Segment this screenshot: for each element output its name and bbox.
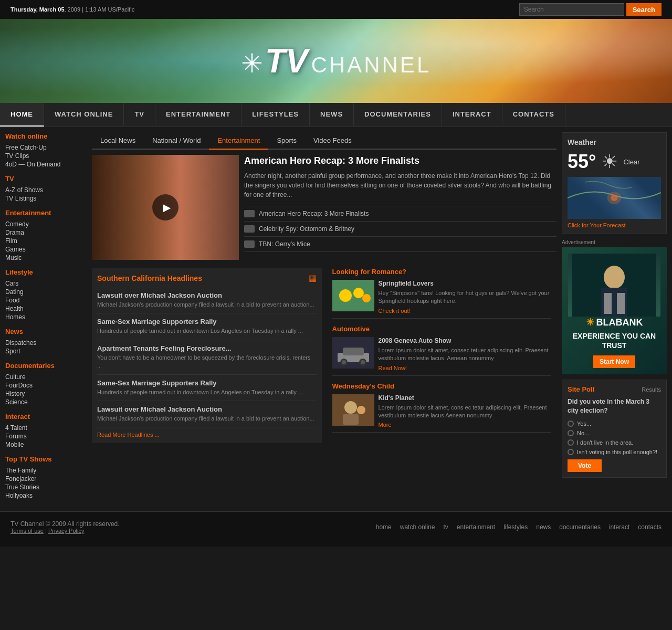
svg-point-14 <box>357 406 365 414</box>
main-center: Southern California Headlines ▦ Lawsuit … <box>92 268 556 448</box>
sidebar-item-sport[interactable]: Sport <box>5 347 87 355</box>
nav-link-documentaries[interactable]: DOCUMENTARIES <box>354 103 442 125</box>
poll-option-0[interactable]: Yes... <box>568 421 661 427</box>
sidebar-item-4od[interactable]: 4oD — On Demand <box>5 160 87 169</box>
sidebar-item-science[interactable]: Science <box>5 398 87 406</box>
tab-sports[interactable]: Sports <box>268 132 305 149</box>
nav-item-watch-online[interactable]: WATCH ONLINE <box>44 103 124 127</box>
featured-info: American Hero Recap: 3 More Finalists An… <box>244 155 556 260</box>
sidebar-item-comedy[interactable]: Comedy <box>5 220 87 228</box>
nav-link-entertainment[interactable]: ENTERTAINMENT <box>155 103 242 125</box>
poll-radio-0[interactable] <box>568 421 574 427</box>
rss-icon[interactable]: ▦ <box>309 273 317 283</box>
sidebar-item-4talent[interactable]: 4 Talent <box>5 424 87 432</box>
sidebar-item-health[interactable]: Health <box>5 304 87 313</box>
sidebar-item-homes[interactable]: Homes <box>5 313 87 321</box>
footer-link-contacts[interactable]: contacts <box>638 523 662 531</box>
news-title-1[interactable]: Same-Sex Marriage Supporters Rally <box>97 318 317 326</box>
footer-link-entertainment[interactable]: entertainment <box>457 523 495 531</box>
sidebar-item-history[interactable]: History <box>5 390 87 398</box>
nav-link-tv[interactable]: TV <box>124 103 155 125</box>
nav-link-contacts[interactable]: CONTACTS <box>502 103 565 125</box>
poll-header: Site Poll Results <box>568 385 661 393</box>
sidebar-item-az-shows[interactable]: A-Z of Shows <box>5 186 87 194</box>
news-title-2[interactable]: Apartment Tenants Feeling Foreclosure... <box>97 344 317 352</box>
promo-romance-link[interactable]: Check it out! <box>379 308 552 314</box>
footer-link-interact[interactable]: interact <box>609 523 629 531</box>
poll-results-link[interactable]: Results <box>642 386 661 393</box>
footer-link-home[interactable]: home <box>376 523 392 531</box>
sidebar-item-true-stories[interactable]: True Stories <box>5 483 87 491</box>
sidebar-item-cars[interactable]: Cars <box>5 279 87 288</box>
poll-option-2[interactable]: I don't live in the area. <box>568 439 661 446</box>
sidebar-section-watch: Watch online Free Catch-Up TV Clips 4oD … <box>5 132 87 169</box>
nav-link-news[interactable]: NEWS <box>310 103 354 125</box>
news-title-4[interactable]: Lawsuit over Michael Jackson Auction <box>97 405 317 413</box>
simpsons-svg <box>332 280 374 311</box>
footer-link-documentaries[interactable]: documentaries <box>559 523 601 531</box>
sidebar-item-tv-listings[interactable]: TV Listings <box>5 194 87 203</box>
related-item-1[interactable]: Celebrity Spy: Octomom & Britney <box>244 222 556 237</box>
search-input[interactable] <box>519 3 624 16</box>
tab-entertainment[interactable]: Entertainment <box>209 132 268 150</box>
tab-video-feeds[interactable]: Video Feeds <box>305 132 360 149</box>
news-title-0[interactable]: Lawsuit over Michael Jackson Auction <box>97 291 317 299</box>
poll-radio-3[interactable] <box>568 449 574 455</box>
nav-link-watch-online[interactable]: WATCH ONLINE <box>44 103 124 125</box>
nav-item-news[interactable]: NEWS <box>310 103 354 127</box>
privacy-link[interactable]: Privacy Policy <box>48 528 84 534</box>
poll-radio-2[interactable] <box>568 439 574 446</box>
sidebar-item-culture[interactable]: Culture <box>5 373 87 381</box>
sidebar-item-tv-clips[interactable]: TV Clips <box>5 152 87 160</box>
promo-wednesdays-link[interactable]: More <box>379 422 552 428</box>
ad-button[interactable]: Start Now <box>593 355 635 368</box>
read-more-link[interactable]: Read More Headlines ... <box>97 432 317 438</box>
forecast-link[interactable]: Click for Your Forecast <box>568 222 661 228</box>
sidebar-item-fourdocs[interactable]: FourDocs <box>5 381 87 390</box>
nav-item-lifestyles[interactable]: LIFESTYLES <box>242 103 310 127</box>
sidebar-item-hollyoaks[interactable]: Hollyoaks <box>5 491 87 500</box>
sidebar-item-dispatches[interactable]: Dispatches <box>5 339 87 347</box>
nav-item-contacts[interactable]: CONTACTS <box>502 103 565 127</box>
footer-link-watch[interactable]: watch online <box>400 523 435 531</box>
sidebar-item-drama[interactable]: Drama <box>5 228 87 237</box>
sidebar-heading-tv: TV <box>5 175 87 183</box>
footer-link-lifestyles[interactable]: lifestyles <box>503 523 528 531</box>
nav-link-home[interactable]: HOME <box>0 103 44 127</box>
nav-link-lifestyles[interactable]: LIFESTYLES <box>242 103 310 125</box>
poll-option-3[interactable]: Isn't voting in this poll enough?! <box>568 449 661 455</box>
promo-wednesdays-thumb <box>332 394 374 426</box>
nav-item-interact[interactable]: INTERACT <box>442 103 502 127</box>
tab-national-world[interactable]: National / World <box>144 132 209 149</box>
footer-link-news[interactable]: news <box>536 523 551 531</box>
sidebar-item-mobile[interactable]: Mobile <box>5 440 87 449</box>
nav-item-entertainment[interactable]: ENTERTAINMENT <box>155 103 242 127</box>
news-title-3[interactable]: Same-Sex Marriage Supporters Rally <box>97 379 317 387</box>
poll-radio-1[interactable] <box>568 430 574 436</box>
related-item-2[interactable]: TBN: Gerry's Mice <box>244 237 556 252</box>
sidebar-item-food[interactable]: Food <box>5 296 87 304</box>
play-button[interactable] <box>152 194 178 220</box>
terms-link[interactable]: Terms of use <box>10 528 44 534</box>
related-item-0[interactable]: American Hero Recap: 3 More Finalists <box>244 206 556 222</box>
sidebar-item-fonejacker[interactable]: Fonejacker <box>5 475 87 483</box>
nav-item-documentaries[interactable]: DOCUMENTARIES <box>354 103 442 127</box>
sidebar-item-music[interactable]: Music <box>5 254 87 262</box>
nav-item-home[interactable]: HOME <box>0 103 44 127</box>
tab-local-news[interactable]: Local News <box>92 132 144 149</box>
poll-option-1[interactable]: No... <box>568 430 661 436</box>
nav-item-tv[interactable]: TV <box>124 103 155 127</box>
sidebar-item-games[interactable]: Games <box>5 245 87 254</box>
sidebar-item-film[interactable]: Film <box>5 237 87 245</box>
sidebar-item-the-family[interactable]: The Family <box>5 466 87 475</box>
search-button[interactable]: Search <box>626 3 662 16</box>
promo-romance-heading: Looking for Romance? <box>332 268 552 276</box>
sidebar-item-forums[interactable]: Forums <box>5 432 87 440</box>
sidebar-item-dating[interactable]: Dating <box>5 288 87 296</box>
date-rest: , 2009 | 1:13 AM US/Pacific <box>65 6 135 13</box>
footer-link-tv[interactable]: tv <box>443 523 448 531</box>
sidebar-item-free-catch-up[interactable]: Free Catch-Up <box>5 143 87 152</box>
vote-button[interactable]: Vote <box>568 459 602 472</box>
promo-automotive-link[interactable]: Read Now! <box>379 365 552 371</box>
nav-link-interact[interactable]: INTERACT <box>442 103 502 125</box>
